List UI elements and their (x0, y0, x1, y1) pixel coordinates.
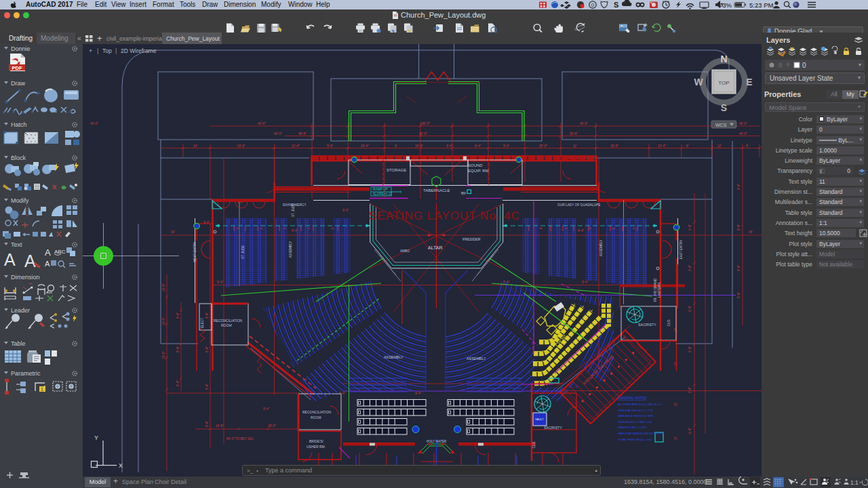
svg-text:9′-4″: 9′-4″ (688, 224, 692, 230)
svg-text:8′-4″: 8′-4″ (176, 346, 180, 352)
svg-text:WEST ENTRY: WEST ENTRY (193, 242, 197, 262)
svg-text:A: A (24, 251, 36, 270)
svg-text:16′-8″: 16′-8″ (162, 317, 165, 325)
svg-text:BM: BM (461, 192, 466, 195)
svg-text:FR. PIO GRAND: FR. PIO GRAND (654, 278, 657, 302)
svg-text:Y: Y (94, 434, 98, 441)
svg-text:PEW SPACING 36 O.C. TYP.: PEW SPACING 36 O.C. TYP. (618, 409, 653, 412)
svg-text:9′-8″: 9′-8″ (327, 144, 334, 148)
svg-text:16′-8″: 16′-8″ (162, 283, 165, 291)
svg-text:N: N (720, 54, 727, 64)
svg-text:GENERAL NOTES: GENERAL NOTES (618, 396, 647, 400)
svg-text:9′-4″: 9′-4″ (688, 386, 692, 393)
svg-text:PRESIDER: PRESIDER (462, 237, 481, 241)
svg-text:ASSEMBLY: ASSEMBLY (467, 357, 486, 361)
svg-text:AMBO: AMBO (400, 249, 410, 253)
svg-text:0: 0 (591, 2, 595, 8)
svg-text:SACRISTY: SACRISTY (544, 426, 562, 430)
svg-text:Parametric: Parametric (11, 370, 41, 377)
svg-text:ST. JUDE: ST. JUDE (241, 245, 245, 259)
svg-text:RECONCILIATION: RECONCILIATION (302, 410, 332, 414)
svg-text:5:23 PM: 5:23 PM (749, 1, 773, 9)
svg-text:11′-4″: 11′-4″ (292, 144, 300, 148)
svg-text:40′-0″: 40′-0″ (274, 132, 282, 136)
svg-text:40′-0″: 40′-0″ (90, 122, 98, 125)
svg-text:16′-8″: 16′-8″ (162, 351, 165, 359)
svg-text:8′-4″: 8′-4″ (205, 346, 209, 352)
svg-text:Modify: Modify (11, 197, 29, 204)
svg-text:SACRISTY: SACRISTY (638, 323, 656, 327)
svg-text:18′-8″: 18′-8″ (216, 424, 224, 428)
svg-text:W: W (694, 77, 703, 87)
svg-text:ASSEMBLY: ASSEMBLY (289, 241, 292, 258)
svg-text:9′-4″: 9′-4″ (688, 346, 692, 352)
svg-text:9′-4″: 9′-4″ (582, 281, 589, 284)
svg-text:9′-4″: 9′-4″ (263, 407, 270, 411)
svg-text:MAIN AISLE WIDTH 6-0 MIN.: MAIN AISLE WIDTH 6-0 MIN. (618, 414, 654, 418)
svg-text:8′-4″: 8′-4″ (205, 420, 209, 427)
svg-text:CLO.: CLO. (667, 319, 671, 327)
svg-text:8′-4″: 8′-4″ (176, 312, 180, 319)
svg-text:X: X (119, 462, 123, 469)
svg-text:RAMP UP: RAMP UP (373, 188, 388, 191)
svg-text:40′-0″: 40′-0″ (580, 122, 588, 125)
svg-text:SIDE AISLES 4-0 MIN. CLR.: SIDE AISLES 4-0 MIN. CLR. (618, 420, 652, 424)
svg-text:18′-8″: 18′-8″ (268, 424, 276, 428)
svg-text:TABERNACLE: TABERNACLE (423, 188, 450, 192)
svg-text:STORAGE: STORAGE (387, 168, 406, 172)
svg-text:9′-4″: 9′-4″ (446, 144, 453, 148)
svg-text:160′-0″: 160′-0″ (420, 122, 431, 125)
svg-text:9′-4″: 9′-4″ (342, 209, 349, 212)
svg-text:16′-8″: 16′-8″ (237, 144, 245, 148)
svg-text:45′: 45′ (749, 230, 753, 234)
svg-text:EQUIP. RM.: EQUIP. RM. (468, 169, 490, 173)
svg-text:40′-0″: 40′-0″ (258, 122, 266, 125)
svg-text:BRIDE'S/: BRIDE'S/ (309, 439, 324, 443)
svg-text:TOP: TOP (718, 80, 729, 86)
svg-text:A: A (45, 260, 50, 268)
svg-text:8′-4″: 8′-4″ (475, 144, 481, 148)
svg-text:ASSEMBLY: ASSEMBLY (599, 240, 603, 256)
svg-text:VAULT: VAULT (535, 418, 544, 421)
svg-text:73%: 73% (719, 1, 732, 9)
svg-text:9′-4″: 9′-4″ (688, 427, 692, 434)
svg-text:SEATING CAP. = 1,265: SEATING CAP. = 1,265 (618, 426, 647, 429)
svg-text:25′-0″: 25′-0″ (539, 144, 547, 148)
svg-text:8′: 8′ (686, 144, 689, 148)
svg-text:|: | (115, 47, 117, 54)
svg-text:56′-8″: 56′-8″ (570, 132, 578, 136)
svg-text:84′-0″ TO BDY 30U: 84′-0″ TO BDY 30U (226, 437, 254, 441)
svg-text:11′: 11′ (573, 144, 577, 148)
svg-text:8′-4″: 8′-4″ (737, 291, 741, 298)
svg-text:8′-4″: 8′-4″ (205, 312, 209, 319)
svg-text:SOUND: SOUND (468, 163, 483, 167)
svg-text:ROOM: ROOM (311, 415, 321, 420)
svg-text:9′-4″: 9′-4″ (578, 229, 585, 232)
svg-text:LANTERN: LANTERN (658, 283, 661, 297)
svg-text:9′-4″: 9′-4″ (688, 305, 692, 312)
svg-text:|: | (97, 47, 98, 54)
svg-text:30′: 30′ (171, 230, 175, 234)
svg-text:TOTAL PEWS REQD = 104: TOTAL PEWS REQD = 104 (618, 438, 652, 441)
svg-text:WCS: WCS (715, 123, 727, 127)
svg-text:Donnie: Donnie (11, 45, 31, 52)
svg-text:+: + (89, 47, 92, 54)
svg-text:E: E (746, 77, 752, 87)
svg-text:A: A (45, 247, 51, 258)
svg-text:ALL PEWS ARE SOLID OAK 26 L.F: ALL PEWS ARE SOLID OAK 26 L.F. (618, 403, 662, 406)
svg-text:8′-4″: 8′-4″ (737, 224, 741, 230)
svg-text:8′-4″: 8′-4″ (176, 380, 180, 386)
svg-text:9′-4″: 9′-4″ (503, 144, 510, 148)
svg-text:Leader: Leader (11, 307, 30, 314)
svg-text:ABC: ABC (54, 249, 66, 255)
svg-text:12′: 12′ (674, 403, 677, 407)
svg-text:9′-4″: 9′-4″ (217, 281, 224, 284)
svg-text:USHER RM.: USHER RM. (307, 445, 326, 449)
svg-text:Draw: Draw (11, 80, 26, 87)
svg-text:14′: 14′ (193, 144, 197, 148)
svg-text:HOLY WATER: HOLY WATER (427, 440, 447, 443)
svg-text:HANDICAP SEATING AS NOTED HC: HANDICAP SEATING AS NOTED HC (618, 432, 663, 435)
svg-text:Top: Top (102, 47, 112, 54)
svg-text:SEATING LAYOUT No. 4C: SEATING LAYOUT No. 4C (369, 209, 519, 222)
svg-text:EAST ENTRY: EAST ENTRY (679, 240, 683, 260)
